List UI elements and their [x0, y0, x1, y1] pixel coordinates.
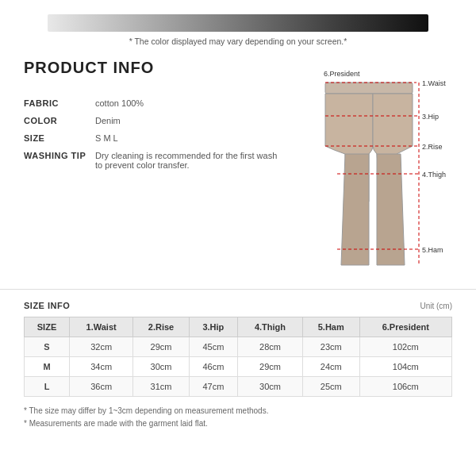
- size-table: SIZE1.Waist2.Rise3.Hip4.Thigh5.Ham6.Pres…: [24, 317, 452, 397]
- size-cell: 25cm: [302, 377, 359, 397]
- info-value: cotton 100%: [95, 94, 278, 112]
- info-label: SIZE: [24, 129, 95, 147]
- size-cell: 28cm: [237, 337, 302, 357]
- size-info-section: SIZE INFO Unit (cm) SIZE1.Waist2.Rise3.H…: [0, 289, 476, 438]
- size-col-header: 1.Waist: [69, 317, 132, 337]
- size-table-header: SIZE1.Waist2.Rise3.Hip4.Thigh5.Ham6.Pres…: [25, 317, 452, 337]
- info-label: FABRIC: [24, 94, 95, 112]
- info-row: WASHING TIP Dry cleaning is recommended …: [24, 147, 278, 174]
- size-cell: S: [25, 337, 70, 357]
- pants-svg-container: 6.President 1.Waist 3.Hip 2.Rise 4.Thigh…: [294, 59, 452, 281]
- size-cell: 30cm: [237, 377, 302, 397]
- size-cell: 32cm: [69, 337, 132, 357]
- size-unit: Unit (cm): [420, 302, 452, 310]
- size-notes: * The size may differ by 1~3cm depending…: [24, 405, 452, 430]
- size-cell: 30cm: [133, 357, 190, 377]
- product-info: PRODUCT INFO FABRIC cotton 100% COLOR De…: [24, 59, 294, 281]
- size-cell: 31cm: [133, 377, 190, 397]
- size-row: S32cm29cm45cm28cm23cm102cm: [25, 337, 452, 357]
- svg-rect-0: [325, 83, 413, 94]
- svg-text:1.Waist: 1.Waist: [422, 79, 446, 87]
- size-col-header: 6.President: [359, 317, 451, 337]
- size-col-header: SIZE: [25, 317, 70, 337]
- size-table-body: S32cm29cm45cm28cm23cm102cmM34cm30cm46cm2…: [25, 337, 452, 397]
- svg-text:5.Ham: 5.Ham: [422, 246, 443, 254]
- size-col-header: 2.Rise: [133, 317, 190, 337]
- color-bar-section: * The color displayed may vary depending…: [0, 0, 476, 51]
- size-cell: 24cm: [302, 357, 359, 377]
- info-value: S M L: [95, 129, 278, 147]
- svg-text:4.Thigh: 4.Thigh: [422, 171, 446, 179]
- main-content: PRODUCT INFO FABRIC cotton 100% COLOR De…: [0, 51, 476, 289]
- size-cell: 47cm: [189, 377, 237, 397]
- svg-text:6.President: 6.President: [324, 70, 360, 78]
- size-col-header: 3.Hip: [189, 317, 237, 337]
- info-label: COLOR: [24, 112, 95, 129]
- color-gradient-bar: [48, 14, 428, 32]
- size-col-header: 5.Ham: [302, 317, 359, 337]
- size-row: L36cm31cm47cm30cm25cm106cm: [25, 377, 452, 397]
- pants-diagram: 6.President 1.Waist 3.Hip 2.Rise 4.Thigh…: [294, 59, 452, 281]
- info-row: FABRIC cotton 100%: [24, 94, 278, 112]
- size-info-title: SIZE INFO: [24, 301, 70, 310]
- size-cell: L: [25, 377, 70, 397]
- size-cell: 34cm: [69, 357, 132, 377]
- color-note: * The color displayed may vary depending…: [129, 37, 347, 46]
- size-cell: 36cm: [69, 377, 132, 397]
- svg-text:3.Hip: 3.Hip: [422, 113, 439, 121]
- size-row: M34cm30cm46cm29cm24cm104cm: [25, 357, 452, 377]
- info-table: FABRIC cotton 100% COLOR Denim SIZE S M …: [24, 94, 278, 174]
- size-cell: 45cm: [189, 337, 237, 357]
- size-cell: 106cm: [359, 377, 451, 397]
- size-cell: 46cm: [189, 357, 237, 377]
- info-value: Denim: [95, 112, 278, 129]
- size-cell: 23cm: [302, 337, 359, 357]
- size-cell: 104cm: [359, 357, 451, 377]
- product-info-title: PRODUCT INFO: [24, 59, 278, 77]
- size-cell: 29cm: [133, 337, 190, 357]
- info-label: WASHING TIP: [24, 147, 95, 174]
- info-row: COLOR Denim: [24, 112, 278, 129]
- size-cell: M: [25, 357, 70, 377]
- size-cell: 102cm: [359, 337, 451, 357]
- size-cell: 29cm: [237, 357, 302, 377]
- size-info-header: SIZE INFO Unit (cm): [24, 301, 452, 310]
- svg-text:2.Rise: 2.Rise: [422, 143, 443, 151]
- size-col-header: 4.Thigh: [237, 317, 302, 337]
- size-note: * Measurements are made with the garment…: [24, 417, 452, 430]
- info-value: Dry cleaning is recommended for the firs…: [95, 147, 278, 174]
- pants-svg: 6.President 1.Waist 3.Hip 2.Rise 4.Thigh…: [294, 59, 452, 289]
- info-row: SIZE S M L: [24, 129, 278, 147]
- size-note: * The size may differ by 1~3cm depending…: [24, 405, 452, 417]
